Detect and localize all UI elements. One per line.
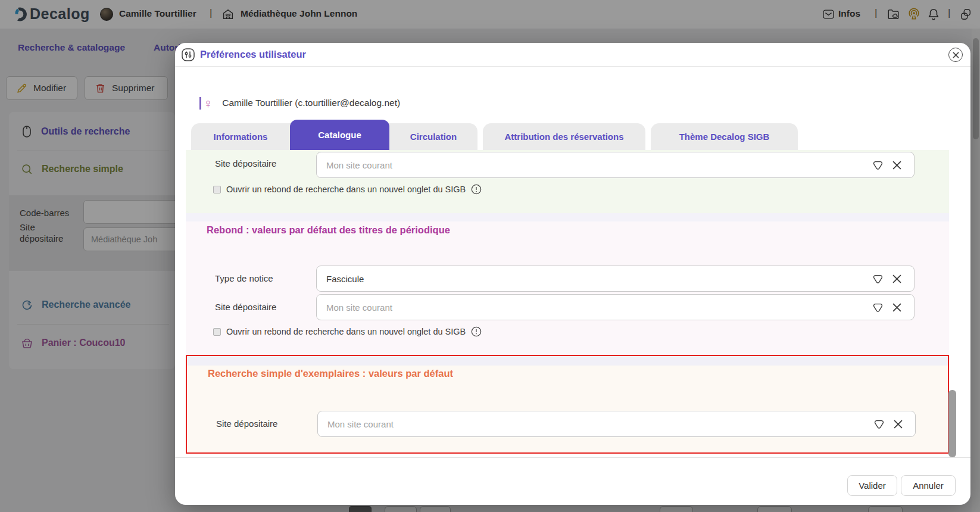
tab-attribution-reservations[interactable]: Attribution des réservations xyxy=(483,123,645,150)
tab-circulation[interactable]: Circulation xyxy=(389,123,477,150)
site-depositaire-label: Site dépositaire xyxy=(215,158,276,168)
confirm-button[interactable]: Valider xyxy=(847,475,897,496)
preferences-icon xyxy=(181,48,195,62)
dropdown-picker-icon[interactable] xyxy=(872,152,884,178)
checkbox[interactable] xyxy=(213,328,221,336)
checkbox-label: Ouvrir un rebond de recherche dans un no… xyxy=(226,185,466,194)
preferences-dialog: Préférences utilisateur ♀ Camille Tourti… xyxy=(175,43,970,505)
site-depositaire-label: Site dépositaire xyxy=(215,302,276,312)
dropdown-picker-icon[interactable] xyxy=(873,411,885,437)
close-icon[interactable] xyxy=(948,48,963,62)
site-depositaire-label: Site dépositaire xyxy=(216,419,277,429)
tab-group-3: Thème Decalog SIGB xyxy=(651,123,798,150)
dropdown-picker-icon[interactable] xyxy=(872,266,884,292)
checkbox-label: Ouvrir un rebond de recherche dans un no… xyxy=(226,327,466,336)
section-inner-strip xyxy=(187,356,948,366)
checkbox[interactable] xyxy=(213,186,221,193)
section-rebond-periodiques: Rebond : valeurs par défaut des titres d… xyxy=(186,221,949,355)
section-header: Rebond : valeurs par défaut des titres d… xyxy=(207,224,450,236)
site-depositaire-input[interactable] xyxy=(316,152,915,178)
tab-theme-decalog-sigb[interactable]: Thème Decalog SIGB xyxy=(651,123,798,150)
type-notice-label: Type de notice xyxy=(215,273,273,283)
site-depositaire-field xyxy=(316,152,915,178)
dialog-header: Préférences utilisateur xyxy=(175,43,970,67)
dialog-tabs: Informations Catalogue Circulation Attri… xyxy=(191,120,798,150)
type-notice-input[interactable] xyxy=(316,266,915,292)
section-rebond-notices: Site dépositaire Ouvrir un rebond de rec… xyxy=(186,150,949,213)
dialog-scrollbar-thumb[interactable] xyxy=(948,390,956,457)
tab-informations[interactable]: Informations xyxy=(191,123,290,150)
section-exemplaires-highlighted: Recherche simple d'exemplaires : valeurs… xyxy=(186,355,949,454)
dialog-user-text: Camille Tourtillier (c.tourtillier@decal… xyxy=(222,98,400,108)
site-depositaire-field xyxy=(316,294,915,320)
site-depositaire-input[interactable] xyxy=(317,411,916,437)
content-footer-divider xyxy=(175,457,970,458)
clear-field-icon[interactable] xyxy=(894,411,903,437)
tab-catalogue[interactable]: Catalogue xyxy=(290,120,389,150)
info-icon[interactable] xyxy=(471,326,482,337)
clear-field-icon[interactable] xyxy=(892,152,901,178)
female-icon: ♀ xyxy=(204,97,213,110)
clear-field-icon[interactable] xyxy=(892,266,901,292)
tab-group-2: Attribution des réservations xyxy=(483,123,645,150)
site-depositaire-field xyxy=(317,411,916,437)
cancel-button[interactable]: Annuler xyxy=(901,475,956,496)
section-header: Recherche simple d'exemplaires : valeurs… xyxy=(208,368,453,379)
dialog-user-line: ♀ Camille Tourtillier (c.tourtillier@dec… xyxy=(199,94,400,112)
type-notice-field xyxy=(316,266,915,292)
open-new-tab-option: Ouvrir un rebond de recherche dans un no… xyxy=(213,326,482,337)
info-icon[interactable] xyxy=(471,184,482,195)
tab-group-1: Informations Catalogue Circulation xyxy=(191,123,477,150)
clear-field-icon[interactable] xyxy=(892,294,901,320)
site-depositaire-input[interactable] xyxy=(316,294,915,320)
open-new-tab-option: Ouvrir un rebond de recherche dans un no… xyxy=(213,184,482,195)
dropdown-picker-icon[interactable] xyxy=(872,294,884,320)
gender-bar-icon xyxy=(199,97,201,110)
dialog-title: Préférences utilisateur xyxy=(200,49,306,60)
section-gap xyxy=(186,213,949,221)
